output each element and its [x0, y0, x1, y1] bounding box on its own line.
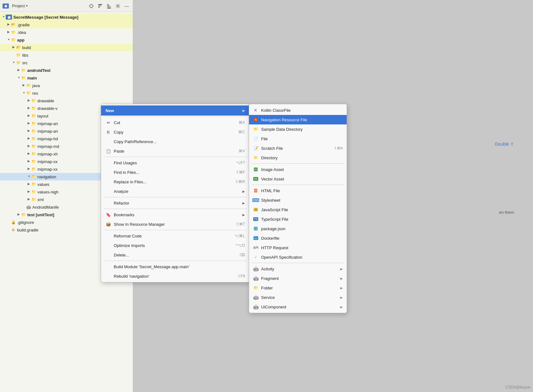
submenu-item-service[interactable]: 🤖 Service ▶: [249, 293, 347, 302]
submenu-item-ts[interactable]: TS TypeScript File: [249, 214, 347, 224]
submenu-item-html[interactable]: H HTML File: [249, 186, 347, 195]
kotlin-class-label: Kotlin Class/File: [261, 108, 343, 113]
arrow-mipmap-hd: ▶: [27, 136, 31, 141]
submenu-item-stylesheet[interactable]: CSS Stylesheet: [249, 195, 347, 205]
reformat-icon: [106, 233, 111, 239]
arrow-mipmap-xh: ▶: [27, 152, 31, 156]
kotlin-icon: K: [253, 107, 259, 113]
tree-item-androidtest[interactable]: ▶ 📁 androidTest: [0, 66, 133, 74]
rebuild-shortcut: ⇧F9: [237, 274, 245, 278]
tree-item-src[interactable]: ▾ 📁 src: [0, 59, 133, 66]
tree-item-libs[interactable]: ▶ 📁 libs: [0, 51, 133, 59]
submenu-item-uicomponent[interactable]: 🤖 UiComponent ▶: [249, 302, 347, 312]
submenu-item-dockerfile[interactable]: 🐳 Dockerfile: [249, 233, 347, 243]
collapse-all-button[interactable]: [97, 3, 104, 9]
context-menu-item-copy-path[interactable]: Copy Path/Reference...: [101, 137, 249, 146]
expand-all-button[interactable]: [106, 3, 112, 9]
analyze-arrow: ▶: [242, 190, 245, 193]
submenu-item-fragment[interactable]: 🤖 Fragment ▶: [249, 274, 347, 283]
context-menu-item-paste[interactable]: 📋 Paste ⌘V: [101, 146, 249, 156]
context-menu-item-new[interactable]: New ▶: [101, 105, 249, 116]
submenu-item-http[interactable]: API HTTP Request: [249, 243, 347, 252]
toolbar-dropdown-arrow[interactable]: ▾: [26, 4, 28, 8]
context-menu-item-cut[interactable]: ✂ Cut ⌘X: [101, 118, 249, 127]
submenu-item-openapi[interactable]: ✓ OpenAPI Specification: [249, 252, 347, 262]
tree-item-idea[interactable]: ▶ 📁 .idea: [0, 28, 133, 36]
submenu-item-vector-asset[interactable]: VA Vector Asset: [249, 174, 347, 184]
folder-icon-values-nigh: 📁: [31, 189, 36, 194]
delete-label: Delete...: [114, 253, 233, 257]
context-menu-item-rebuild[interactable]: Rebuild 'navigation' ⇧F9: [101, 271, 249, 281]
en-them-text: en them: [499, 210, 514, 215]
optimize-shortcut: ^⌥O: [236, 243, 245, 248]
submenu-item-nav-resource[interactable]: N Navigation Resource File: [249, 115, 347, 124]
folder-icon-layout: 📁: [31, 113, 36, 118]
arrow-test: ▶: [16, 212, 21, 217]
bookmarks-label: Bookmarks: [114, 212, 241, 217]
label-res: res: [32, 91, 38, 96]
svg-rect-7: [98, 7, 100, 8]
submenu-item-kotlin-class[interactable]: K Kotlin Class/File: [249, 105, 347, 115]
paste-label: Paste: [114, 149, 232, 154]
arrow-mipmap-xx2: ▶: [27, 167, 31, 171]
tree-item-res[interactable]: ▾ 📁 res: [0, 89, 133, 97]
js-icon: JS: [253, 207, 259, 212]
context-menu-item-refactor[interactable]: Refactor ▶: [101, 198, 249, 208]
locate-in-tree-button[interactable]: [88, 3, 95, 9]
uicomponent-label: UiComponent: [261, 305, 339, 309]
arrow-xml: ▶: [27, 197, 31, 202]
close-panel-button[interactable]: —: [123, 3, 130, 9]
tree-item-gradle[interactable]: ▶ 📂 .gradle: [0, 21, 133, 28]
submenu-item-sample-data[interactable]: 📁 Sample Data Directory: [249, 124, 347, 134]
submenu-item-activity[interactable]: 🤖 Activity ▶: [249, 264, 347, 274]
icon-gitignore: 🔒: [11, 220, 16, 225]
submenu-sep-2: [252, 185, 344, 185]
tree-item-build[interactable]: ▶ 📂 build: [0, 44, 133, 51]
submenu-item-directory[interactable]: 📁 Directory: [249, 153, 347, 162]
context-menu-item-delete[interactable]: Delete... ⌫: [101, 250, 249, 260]
context-menu-item-replace-files[interactable]: Replace in Files... ⇧⌘R: [101, 177, 249, 187]
submenu-item-file[interactable]: 📄 File: [249, 134, 347, 143]
settings-button[interactable]: [114, 3, 121, 9]
http-label: HTTP Request: [261, 245, 343, 250]
submenu-item-image-asset[interactable]: IA Image Asset: [249, 165, 347, 174]
context-menu-item-copy[interactable]: ⎘ Copy ⌘C: [101, 127, 249, 137]
submenu-item-pkg-json[interactable]: { } package.json: [249, 224, 347, 233]
ts-label: TypeScript File: [261, 217, 343, 222]
tree-item-main[interactable]: ▾ 📁 main: [0, 74, 133, 82]
context-menu-item-optimize[interactable]: Optimize Imports ^⌥O: [101, 241, 249, 250]
context-menu-item-analyze[interactable]: Analyze ▶: [101, 187, 249, 196]
label-mipmap-an1: mipmap-an: [37, 121, 58, 126]
folder-icon-androidtest: 📁: [21, 68, 26, 73]
delete-icon: [106, 252, 111, 258]
tree-item-secret-message[interactable]: ▾ ▣ SecretMessage [Secret Message]: [0, 13, 133, 21]
cut-label: Cut: [114, 120, 232, 125]
activity-icon: 🤖: [253, 266, 259, 272]
context-menu-item-find-files[interactable]: Find in Files... ⇧⌘F: [101, 168, 249, 177]
label-xml: xml: [37, 197, 44, 202]
arrow-mipmap-an2: ▶: [27, 129, 31, 133]
svg-point-12: [117, 5, 119, 7]
context-menu-item-bookmarks[interactable]: 🔖 Bookmarks ▶: [101, 210, 249, 219]
tree-item-drawable[interactable]: ▶ 📁 drawable: [0, 97, 133, 104]
submenu-item-js[interactable]: JS JavaScript File: [249, 205, 347, 214]
arrow-app: ▾: [6, 38, 11, 42]
context-menu-item-find-usages[interactable]: Find Usages ⌥F7: [101, 158, 249, 168]
label-mipmap-xh: mipmap-xh: [37, 152, 58, 156]
refactor-label: Refactor: [114, 201, 241, 205]
context-menu-item-show-resource[interactable]: 📦 Show In Resource Manager ⇧⌘T: [101, 219, 249, 229]
submenu-item-scratch[interactable]: 📝 Scratch File ⇧⌘N: [249, 143, 347, 153]
toolbar-title: Project ▾: [12, 3, 86, 8]
tree-item-java[interactable]: ▶ 📁 java: [0, 82, 133, 89]
tree-item-app[interactable]: ▾ 📁 app: [0, 36, 133, 44]
context-menu-item-reformat[interactable]: Reformat Code ⌥⌘L: [101, 231, 249, 241]
icon-androidmanife: 🤖: [26, 205, 31, 210]
submenu-item-folder[interactable]: 📁 Folder ▶: [249, 283, 347, 293]
separator-3: [104, 197, 247, 197]
toolbar-title-text: Project: [12, 3, 25, 8]
context-menu-item-build-module[interactable]: Build Module 'Secret_Message.app.main': [101, 262, 249, 271]
optimize-icon: [106, 243, 111, 248]
dockerfile-label: Dockerfile: [261, 236, 343, 241]
folder-icon-mipmap-md: 📁: [31, 144, 36, 149]
folder-icon-mipmap-hd: 📁: [31, 136, 36, 141]
